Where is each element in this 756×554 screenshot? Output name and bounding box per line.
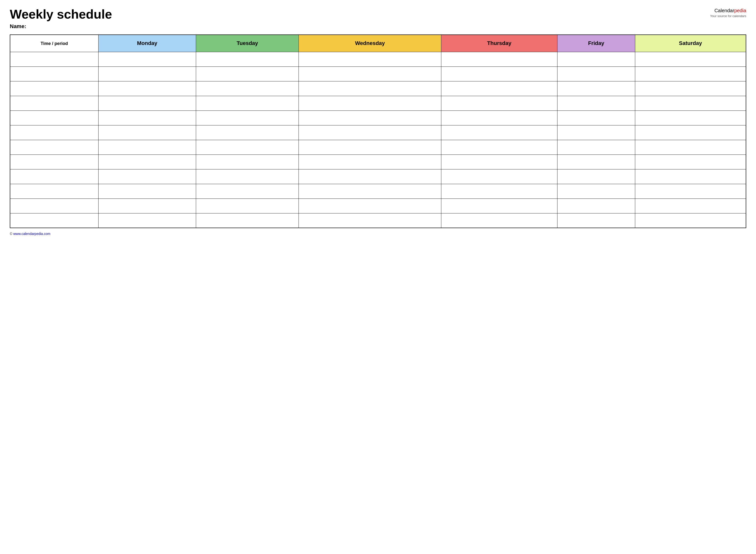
schedule-cell[interactable] — [635, 52, 746, 66]
table-row — [10, 96, 746, 111]
schedule-cell[interactable] — [98, 96, 196, 111]
schedule-cell[interactable] — [441, 66, 557, 81]
table-row — [10, 184, 746, 199]
schedule-cell[interactable] — [299, 111, 441, 125]
time-cell[interactable] — [10, 81, 98, 96]
table-row — [10, 169, 746, 184]
schedule-cell[interactable] — [635, 96, 746, 111]
footer: © www.calendarpedia.com — [10, 232, 746, 236]
schedule-cell[interactable] — [635, 169, 746, 184]
schedule-cell[interactable] — [557, 96, 635, 111]
schedule-cell[interactable] — [299, 140, 441, 155]
table-row — [10, 155, 746, 169]
schedule-cell[interactable] — [299, 184, 441, 199]
schedule-cell[interactable] — [196, 213, 299, 228]
schedule-cell[interactable] — [441, 213, 557, 228]
time-cell[interactable] — [10, 199, 98, 213]
schedule-cell[interactable] — [557, 199, 635, 213]
schedule-cell[interactable] — [98, 184, 196, 199]
schedule-table: Time / period Monday Tuesday Wednesday T… — [10, 35, 746, 228]
schedule-cell[interactable] — [196, 184, 299, 199]
schedule-cell[interactable] — [635, 213, 746, 228]
time-cell[interactable] — [10, 184, 98, 199]
logo-tagline: Your source for calendars — [710, 14, 746, 18]
schedule-cell[interactable] — [635, 199, 746, 213]
schedule-cell[interactable] — [441, 140, 557, 155]
schedule-cell[interactable] — [98, 199, 196, 213]
schedule-cell[interactable] — [299, 96, 441, 111]
schedule-cell[interactable] — [196, 66, 299, 81]
schedule-cell[interactable] — [196, 96, 299, 111]
time-cell[interactable] — [10, 213, 98, 228]
schedule-cell[interactable] — [557, 66, 635, 81]
schedule-cell[interactable] — [196, 169, 299, 184]
time-cell[interactable] — [10, 140, 98, 155]
schedule-cell[interactable] — [635, 184, 746, 199]
schedule-cell[interactable] — [196, 155, 299, 169]
schedule-cell[interactable] — [98, 155, 196, 169]
schedule-cell[interactable] — [299, 155, 441, 169]
schedule-cell[interactable] — [557, 111, 635, 125]
schedule-cell[interactable] — [196, 111, 299, 125]
schedule-cell[interactable] — [299, 52, 441, 66]
schedule-cell[interactable] — [441, 169, 557, 184]
schedule-cell[interactable] — [441, 199, 557, 213]
table-row — [10, 111, 746, 125]
schedule-cell[interactable] — [441, 96, 557, 111]
time-cell[interactable] — [10, 111, 98, 125]
schedule-cell[interactable] — [557, 213, 635, 228]
schedule-cell[interactable] — [635, 81, 746, 96]
schedule-cell[interactable] — [98, 169, 196, 184]
schedule-cell[interactable] — [557, 125, 635, 140]
schedule-cell[interactable] — [196, 125, 299, 140]
schedule-cell[interactable] — [98, 140, 196, 155]
schedule-cell[interactable] — [98, 66, 196, 81]
table-row — [10, 66, 746, 81]
schedule-cell[interactable] — [98, 125, 196, 140]
footer-link[interactable]: www.calendarpedia.com — [13, 232, 50, 236]
schedule-cell[interactable] — [98, 52, 196, 66]
schedule-cell[interactable] — [196, 199, 299, 213]
logo-section: Calendarpedia Your source for calendars — [710, 7, 746, 18]
schedule-cell[interactable] — [441, 81, 557, 96]
schedule-cell[interactable] — [299, 81, 441, 96]
schedule-cell[interactable] — [557, 169, 635, 184]
time-cell[interactable] — [10, 52, 98, 66]
logo-text: Calendarpedia — [710, 7, 746, 14]
schedule-cell[interactable] — [557, 184, 635, 199]
schedule-cell[interactable] — [441, 111, 557, 125]
time-cell[interactable] — [10, 155, 98, 169]
schedule-cell[interactable] — [196, 140, 299, 155]
schedule-cell[interactable] — [299, 66, 441, 81]
schedule-cell[interactable] — [299, 213, 441, 228]
schedule-cell[interactable] — [299, 199, 441, 213]
schedule-cell[interactable] — [98, 111, 196, 125]
table-row — [10, 81, 746, 96]
schedule-cell[interactable] — [98, 213, 196, 228]
table-row — [10, 199, 746, 213]
schedule-cell[interactable] — [299, 125, 441, 140]
schedule-cell[interactable] — [196, 52, 299, 66]
table-row — [10, 213, 746, 228]
time-cell[interactable] — [10, 96, 98, 111]
schedule-cell[interactable] — [441, 184, 557, 199]
schedule-cell[interactable] — [557, 155, 635, 169]
schedule-cell[interactable] — [441, 155, 557, 169]
schedule-cell[interactable] — [299, 169, 441, 184]
schedule-cell[interactable] — [557, 52, 635, 66]
schedule-cell[interactable] — [635, 140, 746, 155]
schedule-cell[interactable] — [635, 111, 746, 125]
schedule-cell[interactable] — [635, 66, 746, 81]
schedule-cell[interactable] — [557, 140, 635, 155]
schedule-cell[interactable] — [441, 125, 557, 140]
schedule-cell[interactable] — [557, 81, 635, 96]
schedule-cell[interactable] — [635, 125, 746, 140]
time-cell[interactable] — [10, 66, 98, 81]
schedule-cell[interactable] — [196, 81, 299, 96]
schedule-cell[interactable] — [441, 52, 557, 66]
schedule-cell[interactable] — [635, 155, 746, 169]
page-header: Weekly schedule Name: Calendarpedia Your… — [10, 7, 746, 30]
schedule-cell[interactable] — [98, 81, 196, 96]
time-cell[interactable] — [10, 125, 98, 140]
time-cell[interactable] — [10, 169, 98, 184]
